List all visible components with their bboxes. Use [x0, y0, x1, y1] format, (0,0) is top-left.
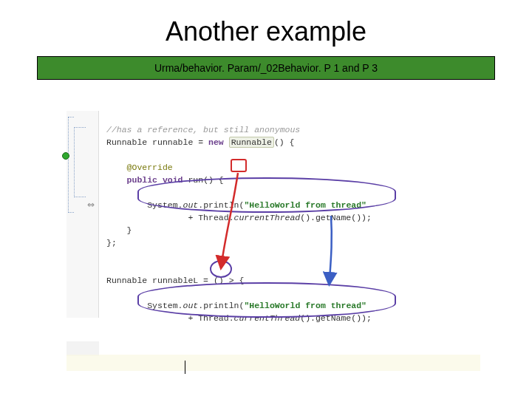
editor-gutter: ⇔ [66, 111, 99, 318]
code-line: //has a reference, but still anonymous [106, 125, 300, 134]
code-line: System.out.println("HelloWorld from thre… [106, 200, 366, 210]
code-line: } [106, 225, 132, 235]
code-line: Runnable runnable = new Runnable() { [106, 137, 294, 148]
slide-title: Another example [0, 0, 532, 47]
code-line: System.out.println("HelloWorld from thre… [106, 301, 366, 310]
text-caret [185, 361, 185, 374]
path-banner: Urma/behavior. Param/_02Behavior. P 1 an… [37, 56, 495, 80]
fold-bracket-outer [68, 117, 74, 213]
code-line: public void run() { [127, 175, 224, 185]
gutter-extension [66, 341, 99, 356]
code-line: @Override [127, 163, 173, 172]
code-line: + Thread.currentThread().getName()); [106, 313, 372, 323]
path-banner-text: Urma/behavior. Param/_02Behavior. P 1 an… [154, 62, 378, 74]
collapse-icon: ⇔ [87, 200, 93, 210]
code-line: }; [106, 238, 117, 248]
code-screenshot: ⇔ //has a reference, but still anonymous… [66, 103, 480, 369]
code-block: //has a reference, but still anonymous R… [106, 111, 372, 337]
highlighted-line-bg [66, 355, 480, 371]
fold-bracket-inner [74, 127, 86, 197]
code-line: + Thread.currentThread().getName()); [106, 213, 372, 222]
run-marker-icon [62, 152, 69, 160]
code-line: Runnable runnableL = () > { [106, 276, 244, 285]
